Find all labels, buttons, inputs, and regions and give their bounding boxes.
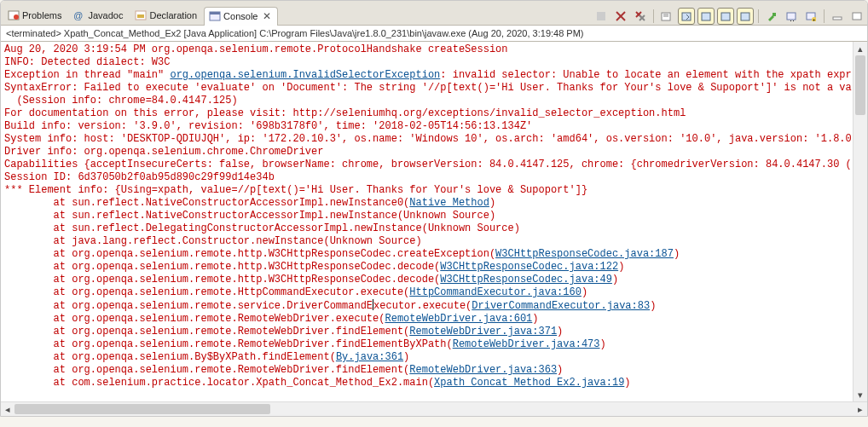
stack-link[interactable]: HttpCommandExecutor.java:160	[409, 286, 582, 298]
stack-link[interactable]: RemoteWebDriver.java:363	[409, 364, 557, 376]
svg-rect-22	[787, 13, 796, 20]
javadoc-icon: @	[73, 9, 85, 21]
svg-rect-19	[721, 13, 730, 20]
declaration-icon	[135, 9, 147, 21]
stack-link[interactable]: W3CHttpResponseCodec.java:122	[440, 261, 618, 273]
show-console-on-output-button[interactable]	[717, 8, 734, 25]
console-toolbar: +	[593, 8, 865, 25]
svg-rect-6	[210, 12, 220, 14]
terminate-button[interactable]	[593, 8, 610, 25]
svg-point-1	[14, 14, 19, 20]
stack-link[interactable]: W3CHttpResponseCodec.java:49	[440, 274, 612, 286]
tab-javadoc[interactable]: @ Javadoc	[68, 6, 130, 25]
svg-rect-26	[833, 17, 842, 20]
scroll-up-icon[interactable]: ▴	[854, 42, 867, 55]
problems-icon	[8, 9, 20, 21]
tab-problems-label: Problems	[22, 10, 61, 20]
svg-rect-4	[137, 14, 144, 18]
maximize-button[interactable]	[848, 8, 865, 25]
word-wrap-button[interactable]	[697, 8, 715, 25]
show-console-on-error-button[interactable]	[737, 8, 754, 25]
svg-rect-20	[741, 13, 749, 20]
svg-rect-21	[773, 13, 776, 16]
clear-console-button[interactable]	[658, 8, 675, 25]
scroll-thumb[interactable]	[855, 55, 865, 115]
stack-link[interactable]: RemoteWebDriver.java:473	[453, 338, 600, 350]
scroll-lock-button[interactable]	[678, 8, 695, 25]
close-icon[interactable]: ✕	[263, 10, 271, 22]
open-console-button[interactable]: +	[802, 8, 819, 25]
view-tab-bar: Problems @ Javadoc Declaration Console ✕…	[1, 1, 867, 26]
display-selected-console-button[interactable]	[783, 8, 800, 25]
tab-declaration-label: Declaration	[149, 10, 197, 20]
svg-rect-7	[597, 12, 605, 20]
console-icon	[209, 10, 221, 22]
stack-link[interactable]: Xpath Concat Method Ex2.java:19	[434, 377, 624, 389]
remove-launch-button[interactable]	[612, 8, 629, 25]
stack-link[interactable]: RemoteWebDriver.java:371	[409, 326, 557, 338]
stack-link[interactable]: Native Method	[409, 197, 489, 209]
tab-declaration[interactable]: Declaration	[130, 6, 204, 25]
tab-console[interactable]: Console ✕	[204, 7, 278, 26]
stack-link[interactable]: W3CHttpResponseCodec.java:187	[495, 248, 674, 260]
vertical-scrollbar[interactable]: ▴ ▾	[853, 42, 867, 401]
remove-all-launches-button[interactable]	[632, 8, 649, 25]
minimize-button[interactable]	[829, 8, 846, 25]
stack-link[interactable]: By.java:361	[336, 351, 403, 363]
stack-link[interactable]: RemoteWebDriver.java:601	[385, 313, 532, 325]
svg-text:+: +	[813, 17, 816, 21]
pin-console-button[interactable]	[763, 8, 780, 25]
console-breadcrumb: <terminated> Xpath_Concat_Method_Ex2 [Ja…	[1, 26, 867, 42]
tab-console-label: Console	[223, 11, 258, 21]
svg-text:@: @	[73, 10, 83, 20]
exception-link[interactable]: org.openqa.selenium.InvalidSelectorExcep…	[170, 69, 440, 81]
tab-problems[interactable]: Problems	[3, 6, 68, 25]
console-output[interactable]: Aug 20, 2020 3:19:54 PM org.openqa.selen…	[1, 42, 867, 401]
scroll-down-icon[interactable]: ▾	[854, 388, 867, 401]
scroll-left-icon[interactable]: ◂	[1, 402, 14, 416]
scroll-right-icon[interactable]: ▸	[854, 402, 867, 416]
svg-rect-27	[853, 13, 861, 20]
horizontal-scrollbar[interactable]: ◂ ▸	[1, 401, 867, 416]
tab-javadoc-label: Javadoc	[88, 10, 123, 20]
stack-link[interactable]: DriverCommandExecutor.java:83	[472, 300, 650, 312]
scroll-thumb[interactable]	[14, 404, 270, 414]
svg-rect-18	[702, 13, 710, 20]
